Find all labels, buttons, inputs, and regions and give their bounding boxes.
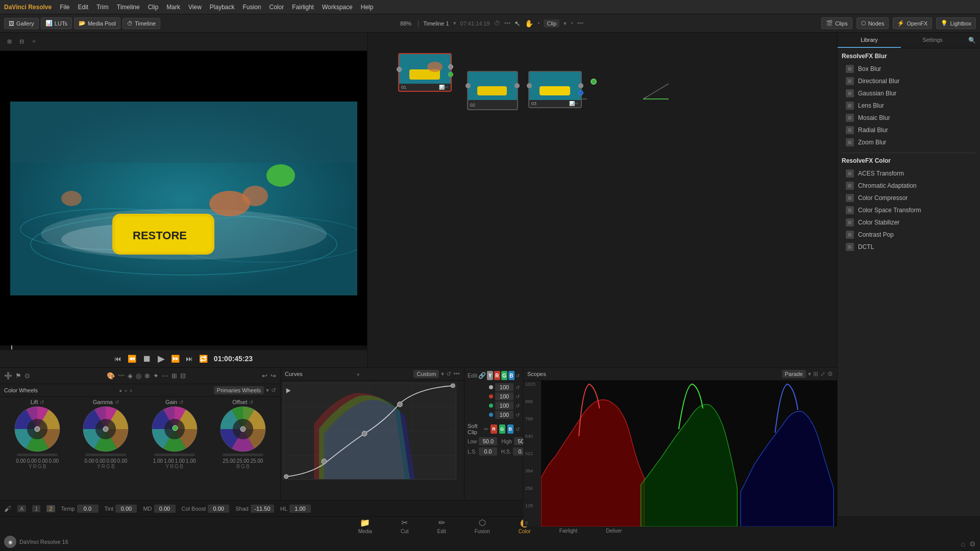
loop-button[interactable]: 🔁 (199, 355, 208, 363)
sc-b-button[interactable]: B (507, 424, 513, 434)
library-tab[interactable]: Library (838, 33, 901, 48)
node-03-blue-port[interactable] (578, 90, 583, 95)
settings-icon[interactable]: ⚙ (969, 540, 976, 548)
curves-mode[interactable]: Custom (413, 370, 439, 378)
undo-icon[interactable]: ↩ (262, 372, 267, 380)
offset-wheel[interactable] (220, 406, 266, 452)
clips-button[interactable]: 🎬 Clips (821, 17, 852, 29)
circle-icon[interactable]: ⊙ (24, 372, 30, 380)
node-01-output-port[interactable] (448, 64, 453, 69)
all-reset-icon[interactable]: ↺ (516, 385, 520, 390)
color-compressor-item[interactable]: ⊞ Color Compressor (842, 192, 976, 204)
all-channels-value[interactable] (495, 383, 513, 391)
go-to-end-button[interactable]: ⏭ (186, 355, 193, 363)
redo-icon[interactable]: ↪ (271, 372, 276, 380)
mode-a[interactable]: A (17, 505, 26, 512)
chevron-icon[interactable]: ▾ (453, 20, 456, 27)
lift-wheel[interactable] (14, 406, 60, 452)
qualifier-icon[interactable]: ◈ (128, 372, 133, 380)
step-forward-button[interactable]: ⏩ (171, 355, 180, 363)
gain-wheel[interactable] (152, 406, 198, 452)
color-space-transform-item[interactable]: ⊞ Color Space Transform (842, 204, 976, 216)
nodes-button[interactable]: ⬡ Nodes (856, 17, 889, 29)
menu-mark[interactable]: Mark (166, 4, 180, 11)
menu-edit[interactable]: Edit (78, 4, 89, 11)
gaussian-blur-item[interactable]: ⊞ Gaussian Blur (842, 87, 976, 99)
lift-slider[interactable] (17, 454, 58, 456)
menu-trim[interactable]: Trim (96, 4, 109, 11)
scopes-mode[interactable]: Parade (782, 370, 806, 378)
timeline-button[interactable]: ⏱ Timeline (122, 18, 160, 29)
g-channel-value[interactable] (495, 402, 513, 410)
sc-g-button[interactable]: G (499, 424, 505, 434)
curves-more-icon[interactable]: ••• (453, 370, 460, 378)
node-03-input-port[interactable] (527, 83, 532, 88)
ls-value[interactable] (479, 447, 497, 456)
directional-blur-item[interactable]: ⊞ Directional Blur (842, 75, 976, 87)
media-pool-button[interactable]: 📂 Media Pool (74, 17, 120, 29)
flag-icon[interactable]: ⚑ (15, 372, 21, 380)
menu-timeline[interactable]: Timeline (117, 4, 140, 11)
gamma-slider[interactable] (85, 454, 126, 456)
r-channel-value[interactable] (495, 392, 513, 400)
menu-help[interactable]: Help (361, 4, 374, 11)
lightbox-button[interactable]: 💡 Lightbox (936, 17, 976, 29)
cut-nav-item[interactable]: ✂ Cut (395, 517, 415, 535)
node-02-output-port[interactable] (514, 83, 520, 88)
scopes-grid-icon[interactable]: ⊞ (813, 370, 818, 378)
shape-icon[interactable]: ◎ (136, 372, 141, 380)
b-reset-icon[interactable]: ↺ (516, 412, 520, 418)
box-blur-item[interactable]: ⊞ Box Blur (842, 63, 976, 75)
gain-slider[interactable] (154, 454, 195, 456)
viewer-tool-3[interactable]: ✧ (29, 37, 39, 46)
b-channel-value[interactable] (495, 411, 513, 419)
media-nav-item[interactable]: 📁 Media (352, 517, 378, 535)
menu-playback[interactable]: Playback (210, 4, 235, 11)
md-value[interactable] (154, 505, 176, 513)
offset-reset-icon[interactable]: ↺ (249, 399, 253, 405)
radial-blur-item[interactable]: ⊞ Radial Blur (842, 124, 976, 136)
stop-button[interactable]: ⏹ (142, 354, 152, 364)
go-to-start-button[interactable]: ⏮ (114, 355, 121, 363)
tint-value[interactable] (115, 505, 137, 513)
brush-icon[interactable]: 🖌 (4, 505, 11, 513)
gallery-button[interactable]: 🖼 Gallery (4, 18, 39, 29)
offset-slider[interactable] (223, 454, 263, 456)
channel-g-button[interactable]: G (501, 371, 507, 380)
gamma-reset-icon[interactable]: ↺ (115, 399, 119, 405)
add-node-icon[interactable]: ➕ (4, 372, 12, 380)
g-reset-icon[interactable]: ↺ (516, 403, 520, 409)
chromatic-adaptation-item[interactable]: ⊞ Chromatic Adaptation (842, 180, 976, 192)
fusion-nav-item[interactable]: ⬡ Fusion (469, 517, 496, 535)
channel-r-button[interactable]: R (494, 371, 500, 380)
temp-value[interactable] (77, 505, 99, 513)
channel-b-button[interactable]: B (508, 371, 514, 380)
search-icon[interactable]: 🔍 (964, 33, 980, 48)
curves-icon[interactable]: 〰 (118, 372, 125, 380)
gain-reset-icon[interactable]: ↺ (179, 399, 183, 405)
curves-refresh-icon[interactable]: ↺ (446, 370, 451, 378)
hl-value[interactable] (289, 505, 311, 513)
hand-tool-icon[interactable]: ✋ (525, 19, 533, 28)
link-icon[interactable]: 🔗 (478, 372, 486, 379)
viewer-tool-1[interactable]: ⊞ (4, 37, 15, 46)
tracker-icon[interactable]: ⊕ (144, 372, 150, 380)
settings-tab[interactable]: Settings (901, 33, 964, 48)
clip-dropdown[interactable]: Clip (544, 19, 559, 28)
menu-clip[interactable]: Clip (148, 4, 159, 11)
aces-transform-item[interactable]: ⊞ ACES Transform (842, 167, 976, 180)
curves-svg[interactable] (283, 383, 456, 480)
num-2[interactable]: 2 (46, 505, 55, 512)
node-03-output-port[interactable] (578, 83, 583, 88)
scopes-expand-icon[interactable]: ⤢ (820, 370, 825, 378)
menu-view[interactable]: View (188, 4, 202, 11)
play-button[interactable]: ▶ (158, 353, 165, 364)
resize-icon[interactable]: ⊟ (180, 372, 186, 380)
openefx-button[interactable]: ⚡ OpenFX (893, 17, 932, 29)
magic-mask-icon[interactable]: ✦ (153, 372, 159, 380)
node-02[interactable]: 02 (467, 71, 518, 110)
channel-y-button[interactable]: Y (487, 371, 493, 380)
gamma-wheel[interactable] (83, 406, 129, 452)
menu-fusion[interactable]: Fusion (243, 4, 261, 11)
home-icon[interactable]: ⌂ (961, 540, 965, 548)
